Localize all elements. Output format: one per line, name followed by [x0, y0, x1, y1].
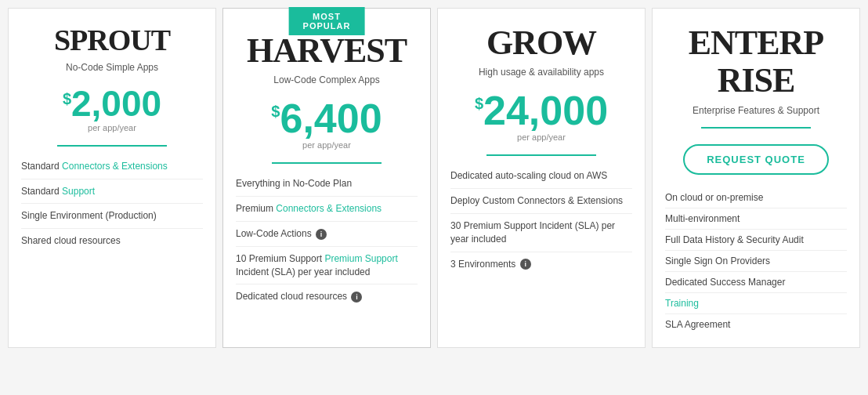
feature-teal: Connectors & Extensions: [62, 161, 168, 172]
plan-grow-features: Dedicated auto-scaling cloud on AWS Depl…: [450, 164, 632, 334]
feature-item: Dedicated Success Manager: [665, 272, 847, 293]
plan-enterprise-features: On cloud or on-premise Multi-environment…: [665, 187, 847, 335]
feature-item: Single Environment (Production): [21, 204, 203, 229]
plan-sprout-amount: 2,000: [71, 85, 161, 121]
feature-teal: Training: [665, 298, 699, 309]
feature-item: Standard Connectors & Extensions: [21, 154, 203, 179]
plan-grow-dollar: $: [475, 95, 483, 113]
plan-harvest-amount: 6,400: [280, 98, 382, 139]
info-icon[interactable]: i: [520, 259, 531, 270]
most-popular-badge: MOSTPOPULAR: [289, 7, 365, 35]
plan-sprout-divider: [57, 145, 166, 147]
plan-harvest-price-line: $ 6,400: [236, 98, 418, 139]
plan-enterprise-divider: [701, 127, 810, 129]
plan-sprout-subtitle: No-Code Simple Apps: [21, 62, 203, 73]
feature-item: 30 Premium Support Incident (SLA) per ye…: [450, 214, 632, 252]
info-icon[interactable]: i: [351, 292, 362, 303]
plan-harvest-name: HARVEST: [236, 32, 418, 70]
feature-teal: Premium Support: [324, 253, 397, 264]
plan-harvest-dollar: $: [271, 103, 280, 121]
feature-item: Deploy Custom Connectors & Extensions: [450, 189, 632, 214]
plan-grow-price-line: $ 24,000: [450, 90, 632, 131]
plan-sprout-name: SPROUT: [21, 24, 203, 57]
plan-harvest-subtitle: Low-Code Complex Apps: [236, 74, 418, 85]
plan-grow-amount: 24,000: [483, 90, 608, 131]
feature-item: Training: [665, 293, 847, 314]
plan-harvest-period: per app/year: [236, 140, 418, 150]
plan-grow-name: GROW: [450, 24, 632, 62]
plan-harvest: MOSTPOPULAR HARVEST Low-Code Complex App…: [222, 8, 431, 348]
feature-item: On cloud or on-premise: [665, 187, 847, 208]
feature-teal: Connectors & Extensions: [276, 203, 382, 214]
feature-item: Multi-environment: [665, 208, 847, 230]
plan-sprout-features: Standard Connectors & Extensions Standar…: [21, 154, 203, 335]
feature-item: Everything in No-Code Plan: [236, 172, 418, 197]
feature-item: Dedicated cloud resources i: [236, 284, 418, 309]
plan-harvest-divider: [272, 162, 381, 164]
feature-item: Standard Support: [21, 179, 203, 205]
feature-teal: Support: [62, 186, 95, 197]
plan-enterprise: ENTERPRISE Enterprise Features & Support…: [652, 8, 860, 348]
feature-item: Shared cloud resources: [21, 229, 203, 253]
plan-sprout-dollar: $: [63, 90, 71, 108]
feature-item: Low-Code Actions i: [236, 222, 418, 247]
feature-item: Single Sign On Providers: [665, 251, 847, 272]
plan-sprout-period: per app/year: [21, 123, 203, 132]
feature-item: Full Data History & Security Audit: [665, 230, 847, 251]
feature-item: Dedicated auto-scaling cloud on AWS: [450, 164, 632, 189]
feature-item: 10 Premium Support Premium Support Incid…: [236, 247, 418, 285]
info-icon[interactable]: i: [316, 229, 327, 240]
plan-harvest-features: Everything in No-Code Plan Premium Conne…: [236, 172, 418, 334]
plan-sprout-price-line: $ 2,000: [21, 85, 203, 121]
feature-item: 3 Environments i: [450, 252, 632, 277]
feature-item: Premium Connectors & Extensions: [236, 197, 418, 222]
plan-grow-divider: [486, 154, 595, 156]
plans-container: SPROUT No-Code Simple Apps $ 2,000 per a…: [8, 8, 860, 348]
plan-grow-subtitle: High usage & availability apps: [450, 67, 632, 78]
plan-enterprise-subtitle: Enterprise Features & Support: [665, 105, 847, 116]
plan-enterprise-name: ENTERPRISE: [665, 24, 847, 100]
plan-grow-period: per app/year: [450, 132, 632, 142]
feature-item: SLA Agreement: [665, 314, 847, 335]
request-quote-button[interactable]: REQUEST QUOTE: [683, 144, 829, 175]
plan-grow: GROW High usage & availability apps $ 24…: [437, 8, 646, 348]
plan-sprout: SPROUT No-Code Simple Apps $ 2,000 per a…: [8, 8, 216, 348]
